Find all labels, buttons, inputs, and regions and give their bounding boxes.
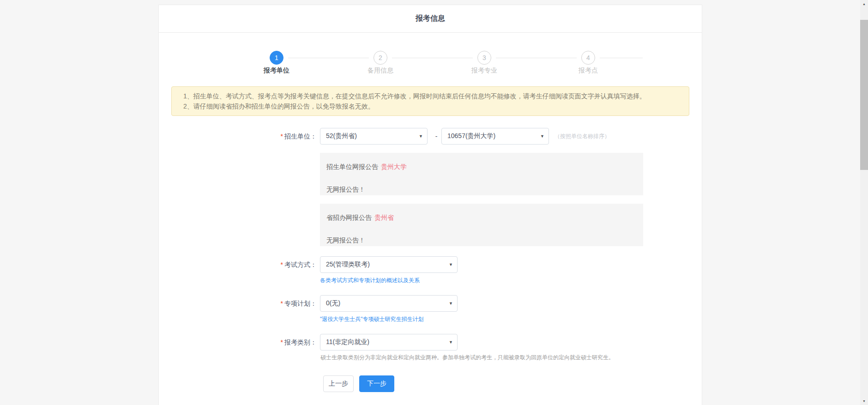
unit-notice-title-row: 招生单位网报公告贵州大学 [326,163,637,171]
dropdown-arrow-icon: ▼ [419,134,423,139]
province-notice-title-row: 省招办网报公告贵州省 [326,214,637,222]
step-circle-3: 3 [477,51,491,65]
category-field-label: *报考类别： [201,334,317,351]
unit-sort-hint: （按照单位名称排序） [555,128,610,145]
dropdown-arrow-icon: ▼ [449,263,453,267]
category-label-text: 报考类别： [284,339,317,346]
step-label-exam-site: 报考点 [556,66,621,75]
dropdown-arrow-icon: ▼ [449,302,453,306]
scrollbar-down-arrow-icon[interactable]: ▼ [860,397,868,405]
required-mark: * [281,339,283,346]
unit-notice-body: 无网报公告！ [326,186,637,194]
step-label-unit: 报考单位 [244,66,309,75]
dropdown-arrow-icon: ▼ [449,340,453,345]
exam-mode-field-label: *考试方式： [201,256,317,273]
unit-label-text: 招生单位： [284,133,317,140]
unit-notice-link[interactable]: 贵州大学 [381,163,407,170]
special-plan-label-text: 专项计划： [284,300,317,307]
page-title: 报考信息 [416,14,445,24]
province-notice-box: 省招办网报公告贵州省 无网报公告！ [320,204,643,246]
exam-mode-label-text: 考试方式： [284,261,317,268]
exam-mode-help-link[interactable]: 各类考试方式和专项计划的概述以及关系 [320,277,420,284]
step-connector-1 [288,58,369,58]
unit-notice-box: 招生单位网报公告贵州大学 无网报公告！ [320,153,643,195]
scrollbar[interactable]: ▲ ▼ [860,0,868,405]
dropdown-arrow-icon: ▼ [540,134,544,139]
required-mark: * [281,261,283,268]
step-label-major: 报考专业 [452,66,517,75]
province-select[interactable]: 52(贵州省) ▼ [320,128,428,145]
step-circle-2: 2 [374,51,387,65]
special-plan-field-label: *专项计划： [201,295,317,312]
step-label-backup-info: 备用信息 [348,66,413,75]
unit-notice-title: 招生单位网报公告 [326,163,378,170]
category-select[interactable]: 11(非定向就业) ▼ [320,334,458,351]
prev-step-button[interactable]: 上一步 [323,375,354,392]
step-connector-3 [496,58,577,58]
required-mark: * [281,300,283,307]
province-notice-link[interactable]: 贵州省 [374,214,394,221]
province-notice-body: 无网报公告！ [326,236,637,245]
step-connector-2 [392,58,473,58]
school-select-value: 10657(贵州大学) [447,132,495,140]
school-select[interactable]: 10657(贵州大学) ▼ [441,128,549,145]
special-plan-select[interactable]: 0(无) ▼ [320,295,458,312]
province-notice-title: 省招办网报公告 [326,214,372,221]
scrollbar-thumb[interactable] [860,20,868,170]
required-mark: * [281,133,283,140]
province-select-value: 52(贵州省) [326,132,357,140]
card-header: 报考信息 [159,5,702,33]
step-circle-1: 1 [270,51,283,65]
special-plan-help-link[interactable]: "退役大学生士兵"专项硕士研究生招生计划 [320,315,424,323]
special-plan-select-value: 0(无) [326,299,340,308]
category-select-value: 11(非定向就业) [326,338,369,346]
step-circle-4: 4 [581,51,595,65]
warning-line-2: 2、请仔细阅读省招办和招生单位的网报公告，以免导致报名无效。 [183,101,677,111]
warning-line-1: 1、招生单位、考试方式、报考点等为报考关键信息，在提交信息后不允许修改，网报时间… [183,91,677,101]
select-separator: - [431,128,441,145]
exam-mode-select-value: 25(管理类联考) [326,260,370,269]
next-step-button[interactable]: 下一步 [359,375,394,392]
category-note: 硕士生录取类别分为非定向就业和定向就业两种。参加单独考试的考生，只能被录取为回原… [320,354,614,362]
exam-mode-select[interactable]: 25(管理类联考) ▼ [320,256,458,273]
scrollbar-up-arrow-icon[interactable]: ▲ [860,0,868,8]
step-connector-4 [600,58,643,58]
warning-box: 1、招生单位、考试方式、报考点等为报考关键信息，在提交信息后不允许修改，网报时间… [171,86,689,116]
application-card: 报考信息 1 2 3 4 报考单位 备用信息 报考专业 报考点 1、招生单位、考… [158,5,702,405]
unit-field-label: *招生单位： [201,128,317,145]
